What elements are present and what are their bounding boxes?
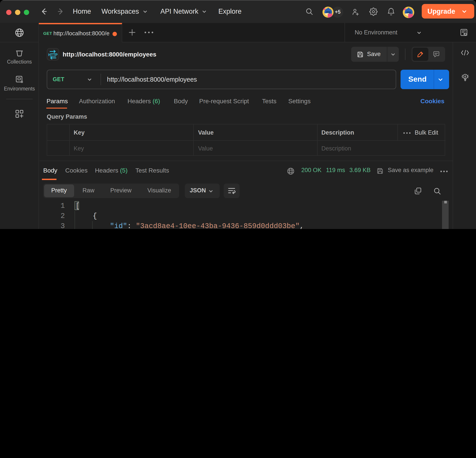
svg-text:HTTP: HTTP bbox=[48, 53, 58, 57]
